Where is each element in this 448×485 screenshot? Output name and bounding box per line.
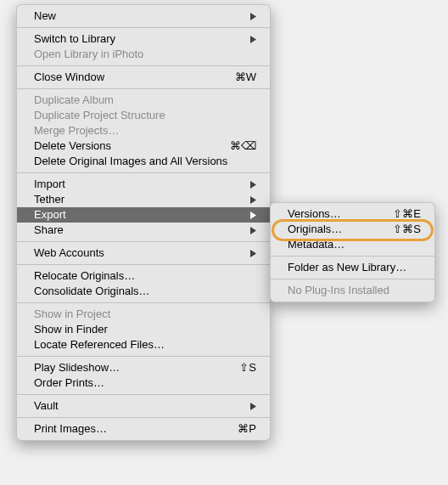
chevron-right-icon — [250, 403, 256, 410]
menu-item-duplicate-project-structure: Duplicate Project Structure — [17, 108, 270, 123]
label: Consolidate Originals… — [34, 285, 256, 297]
separator — [271, 256, 434, 257]
menu-item-web-accounts[interactable]: Web Accounts — [17, 245, 270, 261]
label: Share — [34, 224, 250, 236]
label: Originals… — [288, 223, 393, 235]
separator — [17, 27, 270, 28]
label: New — [34, 10, 250, 22]
menu-item-show-in-finder[interactable]: Show in Finder — [17, 322, 270, 337]
menu-item-new[interactable]: New — [17, 8, 270, 24]
menu-item-show-in-project: Show in Project — [17, 307, 270, 322]
label: Locate Referenced Files… — [34, 339, 256, 351]
menu-item-merge-projects: Merge Projects… — [17, 123, 270, 138]
label: Delete Original Images and All Versions — [34, 155, 256, 167]
separator — [17, 88, 270, 89]
shortcut: ⌘W — [235, 71, 256, 83]
menu-item-consolidate-originals[interactable]: Consolidate Originals… — [17, 284, 270, 299]
main-menu: New Switch to Library Open Library in iP… — [16, 4, 271, 441]
menu-item-export[interactable]: Export — [17, 207, 270, 223]
label: Duplicate Project Structure — [34, 110, 256, 121]
menu-item-print-images[interactable]: Print Images… ⌘P — [17, 421, 270, 437]
separator — [17, 65, 270, 66]
shortcut: ⌘P — [238, 423, 256, 435]
label: Export — [34, 209, 250, 221]
menu-item-close-window[interactable]: Close Window ⌘W — [17, 70, 270, 85]
label: Vault — [34, 400, 250, 412]
separator — [17, 241, 270, 242]
submenu-item-no-plugins: No Plug-Ins Installed — [271, 283, 434, 298]
menu-item-import[interactable]: Import — [17, 177, 270, 192]
chevron-right-icon — [250, 181, 256, 189]
separator — [17, 394, 270, 395]
chevron-right-icon — [250, 211, 256, 219]
label: Order Prints… — [34, 377, 256, 389]
shortcut: ⇧S — [239, 362, 256, 374]
label: Versions… — [288, 208, 393, 220]
label: Show in Finder — [34, 324, 256, 336]
menu-item-share[interactable]: Share — [17, 223, 270, 238]
label: Relocate Originals… — [34, 270, 256, 282]
menu-item-delete-original-images[interactable]: Delete Original Images and All Versions — [17, 154, 270, 169]
label: No Plug-Ins Installed — [288, 285, 421, 296]
label: Metadata… — [288, 239, 421, 251]
label: Web Accounts — [34, 247, 250, 259]
menu-item-locate-referenced-files[interactable]: Locate Referenced Files… — [17, 337, 270, 352]
separator — [17, 356, 270, 357]
menu-item-relocate-originals[interactable]: Relocate Originals… — [17, 268, 270, 284]
separator — [17, 302, 270, 303]
label: Print Images… — [34, 423, 238, 435]
label: Merge Projects… — [34, 125, 256, 137]
label: Close Window — [34, 71, 235, 83]
submenu-item-versions[interactable]: Versions… ⇧⌘E — [271, 206, 434, 222]
separator — [271, 279, 434, 279]
label: Show in Project — [34, 308, 256, 320]
shortcut: ⇧⌘S — [393, 223, 421, 235]
menu-item-delete-versions[interactable]: Delete Versions ⌘⌫ — [17, 138, 270, 154]
chevron-right-icon — [250, 13, 256, 20]
separator — [17, 264, 270, 265]
menu-item-duplicate-album: Duplicate Album — [17, 93, 270, 108]
menu-item-switch-to-library[interactable]: Switch to Library — [17, 31, 270, 47]
shortcut: ⇧⌘E — [393, 208, 421, 220]
menu-item-order-prints[interactable]: Order Prints… — [17, 375, 270, 391]
label: Duplicate Album — [34, 94, 256, 106]
label: Play Slideshow… — [34, 362, 239, 374]
chevron-right-icon — [250, 196, 256, 204]
chevron-right-icon — [250, 36, 256, 43]
submenu-item-metadata[interactable]: Metadata… — [271, 237, 434, 252]
export-submenu: Versions… ⇧⌘E Originals… ⇧⌘S Metadata… F… — [270, 202, 435, 302]
shortcut: ⌘⌫ — [230, 140, 256, 152]
label: Switch to Library — [34, 33, 250, 45]
chevron-right-icon — [250, 250, 256, 257]
label: Delete Versions — [34, 140, 230, 152]
label: Tether — [34, 194, 250, 206]
label: Import — [34, 178, 250, 190]
submenu-item-folder-as-new-library[interactable]: Folder as New Library… — [271, 260, 434, 275]
menu-item-vault[interactable]: Vault — [17, 398, 270, 414]
chevron-right-icon — [250, 227, 256, 234]
menu-item-tether[interactable]: Tether — [17, 192, 270, 207]
separator — [17, 172, 270, 173]
separator — [17, 417, 270, 418]
submenu-item-originals[interactable]: Originals… ⇧⌘S — [271, 222, 434, 237]
label: Open Library in iPhoto — [34, 48, 256, 60]
label: Folder as New Library… — [288, 262, 421, 274]
menu-item-play-slideshow[interactable]: Play Slideshow… ⇧S — [17, 360, 270, 375]
menu-item-open-library-in-iphoto: Open Library in iPhoto — [17, 47, 270, 62]
